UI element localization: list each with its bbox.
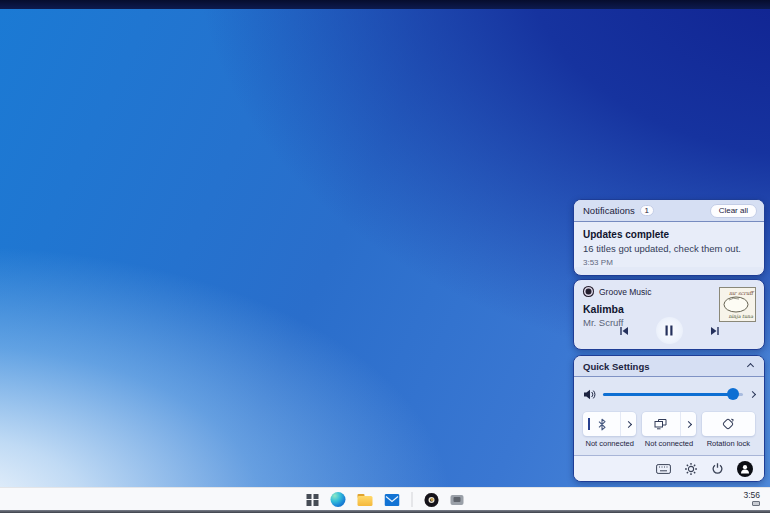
album-art-top-text: mr scruff <box>729 290 754 296</box>
quick-settings-labels: Not connected Not connected Rotation loc… <box>583 439 755 448</box>
app-window-taskbar-icon[interactable] <box>451 495 464 505</box>
text-cursor-bar <box>588 418 590 430</box>
clock-time: 3:56 <box>743 490 760 500</box>
connect-display-icon <box>654 418 667 430</box>
power-icon[interactable] <box>711 462 724 475</box>
pause-button[interactable] <box>656 317 683 344</box>
taskbar-clock[interactable]: 3:56 <box>743 490 760 506</box>
skip-next-icon <box>709 325 721 337</box>
rotation-lock-label: Rotation lock <box>702 439 755 448</box>
volume-expand-chevron-icon[interactable] <box>749 390 756 397</box>
quick-settings-header: Quick Settings <box>574 356 764 377</box>
notifications-card: Notifications 1 Clear all Updates comple… <box>573 199 765 276</box>
notification-body: 16 titles got updated, check them out. <box>583 243 755 254</box>
media-controls <box>574 317 764 344</box>
keyboard-icon[interactable] <box>656 464 671 474</box>
top-edge-band <box>0 0 770 9</box>
quick-settings-buttons <box>583 412 755 436</box>
connect-expand[interactable] <box>680 412 696 436</box>
volume-row <box>583 383 755 405</box>
connect-toggle[interactable] <box>642 412 679 436</box>
media-card: Groove Music Kalimba Mr. Scruff mr scruf… <box>573 279 765 350</box>
groove-music-taskbar-icon[interactable] <box>425 493 439 507</box>
previous-track-button[interactable] <box>618 325 630 337</box>
file-explorer-icon[interactable] <box>358 494 373 506</box>
battery-status-icon <box>743 501 760 506</box>
quick-settings-card: Quick Settings <box>573 355 765 482</box>
quick-settings-title: Quick Settings <box>583 361 748 372</box>
rotation-lock-quick-button[interactable] <box>702 412 755 436</box>
speaker-icon <box>583 388 596 401</box>
chevron-right-icon <box>685 420 692 427</box>
rotation-lock-toggle[interactable] <box>702 412 755 436</box>
bluetooth-toggle[interactable] <box>583 412 620 436</box>
pause-icon <box>664 325 674 336</box>
person-icon <box>740 464 750 474</box>
bluetooth-quick-button[interactable] <box>583 412 636 436</box>
settings-gear-icon[interactable] <box>684 462 698 476</box>
bluetooth-expand[interactable] <box>620 412 636 436</box>
bluetooth-status-label: Not connected <box>583 439 636 448</box>
notifications-header: Notifications 1 Clear all <box>574 200 764 222</box>
quick-settings-body: Not connected Not connected Rotation loc… <box>574 377 764 448</box>
notifications-title: Notifications <box>583 205 635 216</box>
media-app-name: Groove Music <box>599 287 651 297</box>
quick-settings-footer <box>574 455 764 481</box>
skip-previous-icon <box>618 325 630 337</box>
clear-all-button[interactable]: Clear all <box>710 204 757 218</box>
bluetooth-icon <box>597 418 607 431</box>
notification-timestamp: 3:53 PM <box>583 258 755 267</box>
rotation-lock-icon <box>721 417 735 431</box>
notification-title: Updates complete <box>583 229 755 240</box>
volume-slider[interactable] <box>603 388 743 401</box>
taskbar-separator <box>412 492 413 507</box>
notification-item[interactable]: Updates complete 16 titles got updated, … <box>574 222 764 267</box>
connect-quick-button[interactable] <box>642 412 695 436</box>
connect-status-label: Not connected <box>642 439 695 448</box>
screen: Notifications 1 Clear all Updates comple… <box>0 0 770 513</box>
mail-app-icon[interactable] <box>385 494 400 506</box>
groove-music-icon <box>583 286 594 297</box>
chevron-up-icon[interactable] <box>747 362 754 369</box>
taskbar-icons <box>307 488 464 511</box>
taskbar: 3:56 <box>0 487 770 510</box>
volume-thumb[interactable] <box>727 388 739 400</box>
chevron-right-icon <box>625 420 632 427</box>
notifications-count-badge: 1 <box>640 205 654 216</box>
next-track-button[interactable] <box>709 325 721 337</box>
edge-browser-icon[interactable] <box>331 492 346 507</box>
user-avatar[interactable] <box>737 461 753 477</box>
volume-fill <box>603 393 733 396</box>
start-button-windows-icon[interactable] <box>307 494 319 506</box>
